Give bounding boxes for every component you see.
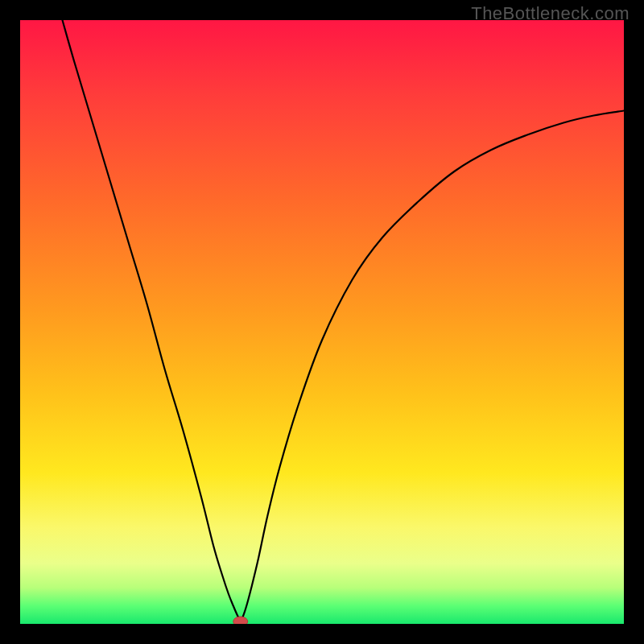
gradient-rect — [20, 20, 624, 624]
plot-area — [20, 20, 624, 624]
chart-frame: TheBottleneck.com — [0, 0, 644, 644]
minimum-marker — [233, 617, 248, 624]
plot-svg — [20, 20, 624, 624]
